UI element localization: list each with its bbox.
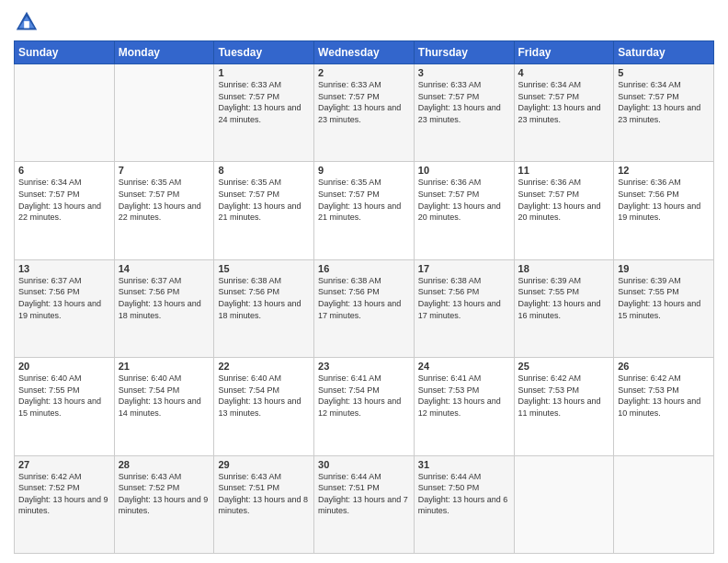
day-number: 29: [218, 459, 310, 470]
day-number: 21: [119, 361, 210, 372]
day-info: Sunrise: 6:40 AM Sunset: 7:55 PM Dayligh…: [18, 373, 110, 419]
day-info: Sunrise: 6:43 AM Sunset: 7:52 PM Dayligh…: [119, 471, 210, 517]
calendar-cell: 18Sunrise: 6:39 AM Sunset: 7:55 PM Dayli…: [514, 259, 614, 357]
day-info: Sunrise: 6:34 AM Sunset: 7:57 PM Dayligh…: [518, 79, 610, 125]
page: SundayMondayTuesdayWednesdayThursdayFrid…: [0, 0, 728, 563]
calendar-cell: 22Sunrise: 6:40 AM Sunset: 7:54 PM Dayli…: [214, 358, 314, 455]
calendar-cell: 24Sunrise: 6:41 AM Sunset: 7:53 PM Dayli…: [414, 358, 514, 455]
day-header-friday: Friday: [514, 41, 614, 64]
day-info: Sunrise: 6:44 AM Sunset: 7:51 PM Dayligh…: [318, 471, 410, 517]
day-header-thursday: Thursday: [414, 41, 514, 64]
day-info: Sunrise: 6:36 AM Sunset: 7:57 PM Dayligh…: [418, 177, 510, 223]
calendar-cell: 9Sunrise: 6:35 AM Sunset: 7:57 PM Daylig…: [314, 162, 415, 259]
day-info: Sunrise: 6:40 AM Sunset: 7:54 PM Dayligh…: [218, 373, 310, 419]
calendar-cell: 4Sunrise: 6:34 AM Sunset: 7:57 PM Daylig…: [514, 64, 614, 162]
day-number: 17: [418, 263, 510, 274]
day-header-monday: Monday: [114, 41, 214, 64]
day-number: 8: [218, 165, 310, 176]
day-info: Sunrise: 6:39 AM Sunset: 7:55 PM Dayligh…: [618, 275, 710, 321]
day-number: 2: [318, 67, 410, 78]
day-info: Sunrise: 6:33 AM Sunset: 7:57 PM Dayligh…: [218, 79, 310, 125]
calendar-body: 1Sunrise: 6:33 AM Sunset: 7:57 PM Daylig…: [15, 64, 714, 554]
day-header-sunday: Sunday: [15, 41, 115, 64]
calendar-cell: 20Sunrise: 6:40 AM Sunset: 7:55 PM Dayli…: [15, 358, 115, 455]
calendar-cell: 25Sunrise: 6:42 AM Sunset: 7:53 PM Dayli…: [514, 358, 614, 455]
week-row-1: 1Sunrise: 6:33 AM Sunset: 7:57 PM Daylig…: [15, 64, 714, 162]
calendar-cell: 27Sunrise: 6:42 AM Sunset: 7:52 PM Dayli…: [15, 455, 115, 553]
calendar-cell: 31Sunrise: 6:44 AM Sunset: 7:50 PM Dayli…: [414, 455, 514, 553]
day-info: Sunrise: 6:44 AM Sunset: 7:50 PM Dayligh…: [418, 471, 510, 517]
day-header-saturday: Saturday: [614, 41, 714, 64]
calendar-cell: 30Sunrise: 6:44 AM Sunset: 7:51 PM Dayli…: [314, 455, 415, 553]
day-info: Sunrise: 6:42 AM Sunset: 7:53 PM Dayligh…: [518, 373, 610, 419]
day-number: 4: [518, 67, 610, 78]
day-info: Sunrise: 6:42 AM Sunset: 7:52 PM Dayligh…: [18, 471, 110, 517]
day-info: Sunrise: 6:37 AM Sunset: 7:56 PM Dayligh…: [119, 275, 210, 321]
day-info: Sunrise: 6:41 AM Sunset: 7:53 PM Dayligh…: [418, 373, 510, 419]
svg-rect-2: [24, 21, 29, 28]
day-info: Sunrise: 6:37 AM Sunset: 7:56 PM Dayligh…: [18, 275, 110, 321]
day-info: Sunrise: 6:35 AM Sunset: 7:57 PM Dayligh…: [318, 177, 410, 223]
calendar-cell: 5Sunrise: 6:34 AM Sunset: 7:57 PM Daylig…: [614, 64, 714, 162]
day-info: Sunrise: 6:39 AM Sunset: 7:55 PM Dayligh…: [518, 275, 610, 321]
day-info: Sunrise: 6:42 AM Sunset: 7:53 PM Dayligh…: [618, 373, 710, 419]
day-number: 13: [18, 263, 110, 274]
calendar-cell: 14Sunrise: 6:37 AM Sunset: 7:56 PM Dayli…: [114, 259, 214, 357]
day-number: 19: [618, 263, 710, 274]
day-number: 1: [218, 67, 310, 78]
calendar-cell: 29Sunrise: 6:43 AM Sunset: 7:51 PM Dayli…: [214, 455, 314, 553]
day-number: 5: [618, 67, 710, 78]
day-number: 9: [318, 165, 410, 176]
calendar-cell: [114, 64, 214, 162]
calendar-cell: 19Sunrise: 6:39 AM Sunset: 7:55 PM Dayli…: [614, 259, 714, 357]
day-info: Sunrise: 6:40 AM Sunset: 7:54 PM Dayligh…: [119, 373, 210, 419]
calendar-cell: 26Sunrise: 6:42 AM Sunset: 7:53 PM Dayli…: [614, 358, 714, 455]
day-number: 16: [318, 263, 410, 274]
calendar-cell: 7Sunrise: 6:35 AM Sunset: 7:57 PM Daylig…: [114, 162, 214, 259]
calendar-cell: 28Sunrise: 6:43 AM Sunset: 7:52 PM Dayli…: [114, 455, 214, 553]
day-number: 30: [318, 459, 410, 470]
week-row-3: 13Sunrise: 6:37 AM Sunset: 7:56 PM Dayli…: [15, 259, 714, 357]
day-number: 26: [618, 361, 710, 372]
day-number: 14: [119, 263, 210, 274]
day-number: 28: [119, 459, 210, 470]
calendar-cell: 6Sunrise: 6:34 AM Sunset: 7:57 PM Daylig…: [15, 162, 115, 259]
calendar-cell: 3Sunrise: 6:33 AM Sunset: 7:57 PM Daylig…: [414, 64, 514, 162]
day-number: 31: [418, 459, 510, 470]
day-number: 27: [18, 459, 110, 470]
calendar-cell: 2Sunrise: 6:33 AM Sunset: 7:57 PM Daylig…: [314, 64, 415, 162]
day-number: 22: [218, 361, 310, 372]
day-number: 23: [318, 361, 410, 372]
calendar-cell: 11Sunrise: 6:36 AM Sunset: 7:57 PM Dayli…: [514, 162, 614, 259]
day-number: 15: [218, 263, 310, 274]
day-number: 12: [618, 165, 710, 176]
day-number: 10: [418, 165, 510, 176]
day-number: 3: [418, 67, 510, 78]
calendar-cell: 8Sunrise: 6:35 AM Sunset: 7:57 PM Daylig…: [214, 162, 314, 259]
calendar-cell: [15, 64, 115, 162]
day-info: Sunrise: 6:33 AM Sunset: 7:57 PM Dayligh…: [318, 79, 410, 125]
calendar-cell: 16Sunrise: 6:38 AM Sunset: 7:56 PM Dayli…: [314, 259, 415, 357]
logo: [14, 9, 43, 35]
day-info: Sunrise: 6:38 AM Sunset: 7:56 PM Dayligh…: [318, 275, 410, 321]
week-row-2: 6Sunrise: 6:34 AM Sunset: 7:57 PM Daylig…: [15, 162, 714, 259]
day-info: Sunrise: 6:35 AM Sunset: 7:57 PM Dayligh…: [119, 177, 210, 223]
day-number: 25: [518, 361, 610, 372]
day-info: Sunrise: 6:36 AM Sunset: 7:57 PM Dayligh…: [518, 177, 610, 223]
calendar-cell: 12Sunrise: 6:36 AM Sunset: 7:56 PM Dayli…: [614, 162, 714, 259]
day-number: 7: [119, 165, 210, 176]
day-number: 18: [518, 263, 610, 274]
calendar-cell: [614, 455, 714, 553]
day-number: 20: [18, 361, 110, 372]
day-number: 11: [518, 165, 610, 176]
day-info: Sunrise: 6:33 AM Sunset: 7:57 PM Dayligh…: [418, 79, 510, 125]
day-info: Sunrise: 6:43 AM Sunset: 7:51 PM Dayligh…: [218, 471, 310, 517]
day-info: Sunrise: 6:38 AM Sunset: 7:56 PM Dayligh…: [218, 275, 310, 321]
logo-icon: [14, 9, 40, 35]
day-header-tuesday: Tuesday: [214, 41, 314, 64]
calendar-cell: 13Sunrise: 6:37 AM Sunset: 7:56 PM Dayli…: [15, 259, 115, 357]
calendar-table: SundayMondayTuesdayWednesdayThursdayFrid…: [14, 40, 714, 554]
calendar-cell: 17Sunrise: 6:38 AM Sunset: 7:56 PM Dayli…: [414, 259, 514, 357]
calendar-cell: [514, 455, 614, 553]
day-number: 6: [18, 165, 110, 176]
